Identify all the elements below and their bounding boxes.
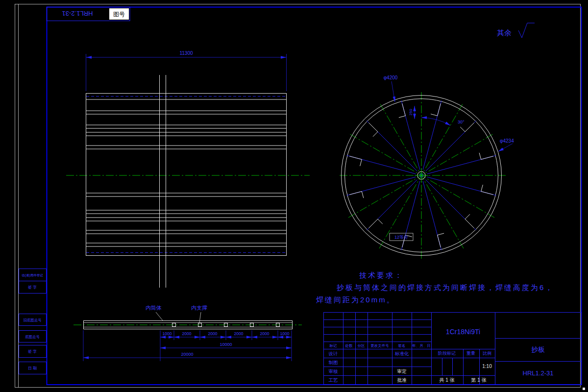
left-margin-strip: 借(通)用件登记 签 字 旧底图总号 底图总号 签 字 日 期: [19, 269, 47, 374]
seg-dim: 1000: [163, 331, 172, 336]
width-dimension: 11300: [179, 50, 193, 56]
header-cell: 年、月、日: [412, 343, 431, 348]
dia-inner-dimension: φ4200: [384, 75, 398, 80]
outer-border: [15, 4, 586, 391]
role-draft: 制图: [329, 360, 338, 365]
dia-outer-dimension: φ4234: [500, 138, 514, 144]
plate-height-dimension: 250: [409, 109, 413, 116]
technical-requirements: 技术要求： 抄板与筒体之间的焊接方式为间断焊接，焊缝高度为6， 焊缝间距为20m…: [316, 271, 554, 304]
role-check: 审核: [329, 368, 339, 374]
strip-cell: 日 期: [28, 366, 37, 370]
header-cell: 签名: [398, 343, 406, 348]
header-cell: 标记: [329, 343, 338, 348]
sheet-total: 共 1 张: [439, 377, 454, 383]
seg-dim: 2000: [234, 331, 244, 336]
drawing-no-rotated: HRL1.2-31: [62, 10, 93, 17]
seg-dim: 2000: [208, 331, 218, 336]
tech-req-title: 技术要求：: [359, 271, 403, 279]
division-note: 12等分: [394, 235, 408, 240]
total-dimension: 20000: [181, 352, 193, 357]
main-side-view: 11300: [66, 50, 310, 288]
role-design: 设计: [328, 351, 339, 356]
shell-label: 内筒体: [146, 305, 162, 311]
strip-cell: 旧底图总号: [23, 318, 42, 322]
role-process: 工艺: [329, 377, 339, 383]
role-standardize: 标准化: [394, 351, 409, 356]
scale-value: 1:10: [482, 364, 492, 369]
plate-edge-lines: [86, 99, 286, 246]
seg-dim: 2000: [182, 331, 192, 336]
scale-label: 比例: [483, 351, 491, 356]
drawing-frame: [47, 7, 582, 385]
strip-cell: 签 字: [28, 349, 37, 354]
drawing-no-box: HRL1.2-31 图号: [47, 7, 130, 21]
mid-dimension: 10000: [220, 342, 232, 347]
lifter-plate: [438, 233, 444, 247]
cad-sheet: HRL1.2-31 图号 其余 11300 φ: [0, 0, 588, 392]
header-cell: 更改文件号: [370, 343, 389, 348]
lifter-plate: [369, 219, 383, 228]
part-name: 抄板: [531, 345, 545, 353]
weight-label: 重量: [466, 351, 475, 356]
header-cell: 分区: [358, 343, 366, 348]
lifter-plate: [349, 192, 364, 198]
material-spec: 1Cr18Ni9Ti: [446, 328, 480, 336]
surface-roughness-note: 其余: [497, 23, 535, 38]
lifter-plate: [431, 103, 441, 116]
seg-dim: 2000: [260, 331, 270, 336]
lifter-plate: [349, 156, 362, 166]
tech-req-line1: 抄板与筒体之间的焊接方式为间断焊接，焊缝高度为6，: [337, 283, 554, 292]
lifter-plate: [481, 185, 493, 195]
sheet-number: 第 1 张: [471, 377, 486, 383]
seg-dim: 1000: [280, 331, 290, 336]
lifter-plate: [399, 103, 406, 118]
drawing-number: HRL1.2-31: [523, 369, 554, 377]
header-cell: 处数: [345, 343, 353, 348]
lifter-plate: [479, 153, 493, 160]
role-review: 审定: [397, 368, 407, 374]
lifter-plate: [369, 123, 378, 137]
drawing-no-label: 图号: [113, 11, 125, 18]
stage-label: 阶段标记: [438, 351, 456, 356]
bottom-profile-view: 内筒体 内支撑 1000 2000 2000 2000 2000 1000 10…: [74, 305, 302, 361]
angle-dimension: 30°: [458, 120, 465, 124]
title-block: 1Cr18Ni9Ti 抄板 HRL1.2-31 阶段标记 重量 比例 1:10 …: [324, 313, 582, 385]
support-label: 内支撑: [191, 305, 207, 311]
strip-cell: 签 字: [28, 285, 37, 290]
role-approve: 批准: [397, 377, 407, 383]
roughness-icon: [518, 23, 535, 38]
drum-outline: [86, 94, 287, 256]
strip-cell: 借(通)用件登记: [22, 273, 43, 277]
strip-cell: 底图总号: [25, 335, 40, 339]
tech-req-line2: 焊缝间距为20mm。: [316, 295, 395, 304]
end-view: φ4200 φ4234 30° 250 12等分: [340, 75, 514, 259]
corner-mark: [583, 388, 585, 390]
surface-note-text: 其余: [497, 28, 512, 37]
lifter-plate: [465, 214, 474, 228]
